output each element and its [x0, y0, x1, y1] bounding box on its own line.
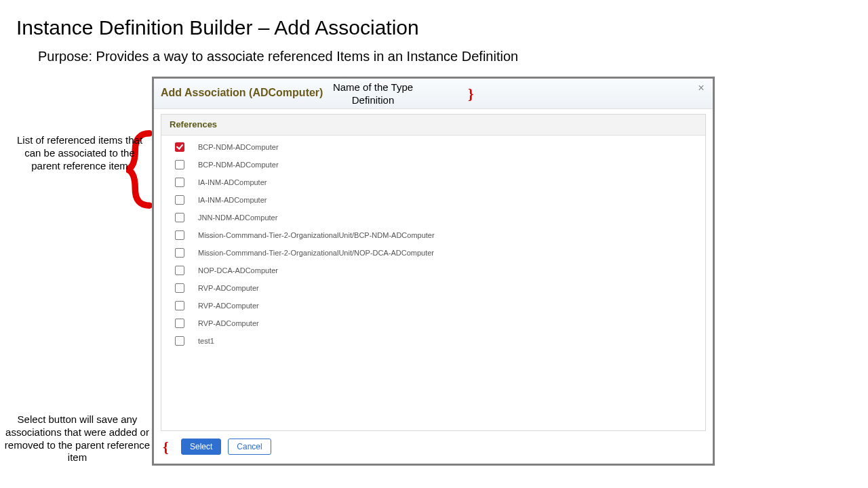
list-item: RVP-ADComputer: [161, 297, 705, 314]
reference-checkbox[interactable]: [175, 178, 184, 187]
annotation-title: Name of the Type Definition: [326, 81, 420, 107]
reference-label: IA-INM-ADComputer: [198, 196, 267, 204]
list-item: IA-INM-ADComputer: [161, 174, 705, 191]
list-item: test1: [161, 332, 705, 350]
brace-icon: {: [163, 439, 169, 456]
page-purpose: Purpose: Provides a way to associate ref…: [38, 49, 518, 64]
reference-label: NOP-DCA-ADComputer: [198, 266, 278, 274]
cancel-button[interactable]: Cancel: [228, 439, 271, 455]
reference-checkbox[interactable]: [175, 230, 184, 240]
brace-icon: }: [468, 85, 474, 103]
dialog-footer: Select Cancel: [161, 435, 706, 458]
list-item: JNN-NDM-ADComputer: [161, 209, 705, 226]
annotation-footer: Select button will save any associations…: [3, 413, 152, 464]
reference-label: RVP-ADComputer: [198, 284, 259, 292]
reference-label: Mission-Commmand-Tier-2-OrganizationalUn…: [198, 249, 434, 257]
reference-checkbox[interactable]: [175, 319, 184, 328]
dialog-body: References BCP-NDM-ADComputerBCP-NDM-ADC…: [161, 114, 706, 431]
reference-checkbox[interactable]: [175, 142, 184, 152]
list-item: Mission-Commmand-Tier-2-OrganizationalUn…: [161, 244, 705, 262]
reference-label: BCP-NDM-ADComputer: [198, 143, 279, 151]
dialog-title: Add Association (ADComputer): [161, 87, 323, 99]
reference-checkbox[interactable]: [175, 195, 184, 205]
add-association-dialog: Add Association (ADComputer) × Reference…: [152, 77, 715, 466]
reference-checkbox[interactable]: [175, 283, 184, 293]
list-item: NOP-DCA-ADComputer: [161, 262, 705, 279]
reference-label: test1: [198, 337, 214, 345]
reference-label: IA-INM-ADComputer: [198, 178, 267, 186]
reference-checkbox[interactable]: [175, 336, 184, 346]
reference-label: RVP-ADComputer: [198, 302, 259, 310]
references-list: BCP-NDM-ADComputerBCP-NDM-ADComputerIA-I…: [161, 136, 705, 350]
list-item: RVP-ADComputer: [161, 314, 705, 332]
select-button[interactable]: Select: [181, 439, 221, 455]
close-icon[interactable]: ×: [695, 83, 707, 95]
reference-checkbox[interactable]: [175, 266, 184, 275]
list-item: BCP-NDM-ADComputer: [161, 138, 705, 156]
list-item: BCP-NDM-ADComputer: [161, 156, 705, 174]
dialog-header: Add Association (ADComputer) ×: [154, 79, 713, 109]
reference-label: Mission-Commmand-Tier-2-OrganizationalUn…: [198, 231, 435, 239]
page-title: Instance Definition Builder – Add Associ…: [16, 16, 419, 39]
list-item: Mission-Commmand-Tier-2-OrganizationalUn…: [161, 226, 705, 244]
list-item: RVP-ADComputer: [161, 279, 705, 297]
reference-label: BCP-NDM-ADComputer: [198, 161, 279, 169]
reference-checkbox[interactable]: [175, 248, 184, 258]
reference-checkbox[interactable]: [175, 301, 184, 310]
reference-checkbox[interactable]: [175, 160, 184, 169]
references-header: References: [161, 115, 705, 136]
reference-label: JNN-NDM-ADComputer: [198, 214, 277, 222]
reference-checkbox[interactable]: [175, 213, 184, 222]
annotation-list: List of referenced items that can be ass…: [14, 134, 146, 172]
reference-label: RVP-ADComputer: [198, 319, 259, 327]
list-item: IA-INM-ADComputer: [161, 191, 705, 209]
